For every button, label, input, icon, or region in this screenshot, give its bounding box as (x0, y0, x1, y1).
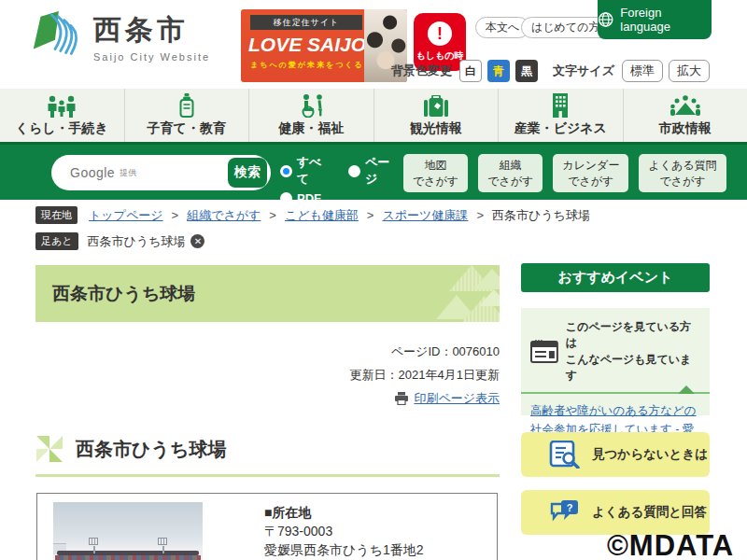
radio-pdf[interactable]: PDF (280, 191, 321, 205)
page-meta: ページID：0076010 更新日：2021年4月1日更新 印刷ページ表示 (35, 343, 500, 413)
address-line: 愛媛県西条市ひうち1番地2 (264, 540, 424, 559)
radio-all[interactable]: すべて (280, 154, 333, 188)
related-pages-box: このページを見ている方は こんなページも見ています 高齢者や障がいのある方などの… (521, 308, 710, 415)
exclamation-icon: ! (428, 21, 452, 46)
address-block: ■所在地 〒793-0003 愛媛県西条市ひうち1番地2 電話 0897-53-… (264, 503, 424, 560)
suitcase-icon (423, 93, 449, 118)
radio-page[interactable]: ページ (348, 154, 402, 188)
font-large-button[interactable]: 拡大 (669, 60, 710, 82)
search-by-faq-button[interactable]: よくある質問 でさがす (639, 154, 726, 192)
print-page-link[interactable]: 印刷ページ表示 (414, 390, 500, 407)
site-logo[interactable]: 西条市 Saijo City Website (28, 9, 210, 63)
nav-item-kenko[interactable]: 健康・福祉 (249, 89, 374, 142)
address-heading: ■所在地 (264, 503, 424, 522)
meeting-icon (669, 93, 701, 118)
globe-icon (598, 11, 613, 28)
facility-info-box: ■所在地 〒793-0003 愛媛県西条市ひうち1番地2 電話 0897-53-… (36, 493, 498, 560)
search-input[interactable]: Google 提供 検索 (51, 155, 271, 190)
section-heading: 西条市ひうち球場 (35, 435, 500, 477)
search-provider-brand: Google (70, 165, 115, 180)
nav-item-kanko[interactable]: 観光情報 (374, 89, 500, 142)
floodlight-tower (89, 538, 98, 545)
banner-tagline: 移住定住サイト (250, 15, 362, 30)
search-document-icon (549, 441, 581, 469)
bg-blue-button[interactable]: 青 (487, 60, 510, 82)
building-icon (551, 93, 570, 118)
nav-item-sangyo[interactable]: 産業・ビジネス (499, 89, 624, 142)
footprint-item: 西条市ひうち球場 (88, 233, 186, 250)
breadcrumb-link-kodomo[interactable]: こども健康部 (285, 207, 359, 224)
search-button[interactable]: 検索 (228, 158, 267, 188)
not-found-button[interactable]: 見つからないときは (521, 432, 710, 477)
breadcrumb-link-top[interactable]: トップページ (89, 207, 163, 224)
faq-button[interactable]: ? よくある質問と回答 (521, 490, 710, 535)
nav-label: 子育て・教育 (148, 120, 226, 137)
radio-selected-icon (280, 165, 292, 177)
mdata-watermark: ©MDATA (607, 529, 734, 560)
updated-date: 更新日：2021年4月1日更新 (35, 367, 500, 384)
font-size-label: 文字サイズ (553, 63, 614, 79)
search-by-map-button[interactable]: 地図 でさがす (403, 154, 468, 192)
quick-search-buttons: 地図 でさがす 組織 でさがす カレンダー でさがす よくある質問 でさがす (403, 154, 726, 192)
related-separator (521, 392, 710, 394)
love-saijo-banner[interactable]: 移住定住サイト LOVE SAIJO まちへの愛が未来をつくる (241, 9, 407, 82)
printer-icon (394, 392, 409, 405)
radio-icon (280, 192, 292, 204)
nav-label: くらし・手続き (16, 120, 108, 137)
breadcrumb-link-org[interactable]: 組織でさがす (187, 207, 261, 224)
saijo-logo-icon (28, 9, 82, 63)
postal-code: 〒793-0003 (264, 522, 424, 540)
search-by-calendar-button[interactable]: カレンダー でさがす (553, 154, 628, 192)
page-title: 西条市ひうち球場 (52, 282, 195, 306)
nav-label: 市政情報 (659, 120, 712, 137)
related-pages-title: このページを見ている方は こんなページも見ています (566, 319, 702, 385)
current-location-badge: 現在地 (35, 206, 78, 224)
banner-title: LOVE SAIJO (248, 34, 366, 56)
radio-icon (348, 165, 360, 177)
nav-item-kosodate[interactable]: 子育て・教育 (125, 89, 250, 142)
footprint-close-icon[interactable]: ✕ (190, 234, 204, 248)
foreign-language-label: Foreign language (620, 6, 712, 34)
page-id: ページID：0076010 (35, 343, 500, 360)
bg-color-label: 背景色変更 (391, 63, 452, 79)
site-title: 西条市 (93, 11, 210, 49)
search-provider-note: 提供 (120, 167, 136, 179)
search-scope-radios: すべて ページ PDF (280, 154, 402, 209)
faq-label: よくある質問と回答 (592, 504, 707, 521)
webpage-icon (530, 340, 558, 364)
footprint-row: 足あと 西条市ひうち球場 ✕ (35, 232, 726, 250)
svg-text:?: ? (567, 502, 573, 513)
footprint-badge: 足あと (35, 232, 78, 250)
nav-label: 健康・福祉 (278, 120, 344, 137)
foreign-language-button[interactable]: Foreign language (598, 0, 712, 39)
nav-item-shisei[interactable]: 市政情報 (624, 89, 747, 142)
question-bubbles-icon: ? (549, 498, 581, 526)
baby-bottle-icon (179, 93, 194, 118)
section-title: 西条市ひうち球場 (76, 437, 226, 462)
banner-subtitle: まちへの愛が未来をつくる (250, 60, 364, 70)
font-standard-button[interactable]: 標準 (622, 60, 663, 82)
breadcrumb: 現在地 トップページ > 組織でさがす > こども健康部 > スポーツ健康課 >… (35, 206, 726, 259)
breadcrumb-current-page: 西条市ひうち球場 (492, 207, 590, 224)
site-header: 西条市 Saijo City Website 移住定住サイト LOVE SAIJ… (0, 0, 747, 89)
primary-nav: くらし・手続き 子育て・教育 健康・福祉 (0, 89, 747, 142)
breadcrumb-link-sports[interactable]: スポーツ健康課 (382, 207, 468, 224)
search-by-org-button[interactable]: 組織 でさがす (478, 154, 543, 192)
not-found-label: 見つからないときは (592, 446, 708, 463)
breadcrumb-row: 現在地 トップページ > 組織でさがす > こども健康部 > スポーツ健康課 >… (35, 206, 726, 224)
wheelchair-icon (297, 93, 325, 118)
search-band: Google 提供 検索 すべて ページ PDF 地図 でさがす 組 (0, 142, 747, 200)
triangle-decoration (359, 265, 500, 322)
floodlight-tower (158, 538, 167, 545)
accessibility-toolbar: 背景色変更 白 青 黒 文字サイズ 標準 拡大 (391, 60, 710, 82)
nav-item-kurashi[interactable]: くらし・手続き (0, 89, 125, 142)
nav-label: 観光情報 (410, 120, 462, 137)
bg-white-button[interactable]: 白 (459, 60, 482, 82)
site-subtitle: Saijo City Website (93, 51, 210, 63)
nav-label: 産業・ビジネス (514, 120, 607, 137)
recommended-events-button[interactable]: おすすめイベント (521, 263, 710, 292)
stadium-photo (53, 502, 203, 560)
page-title-banner: 西条市ひうち球場 (35, 265, 500, 322)
family-icon (46, 93, 78, 118)
bg-black-button[interactable]: 黒 (515, 60, 538, 82)
